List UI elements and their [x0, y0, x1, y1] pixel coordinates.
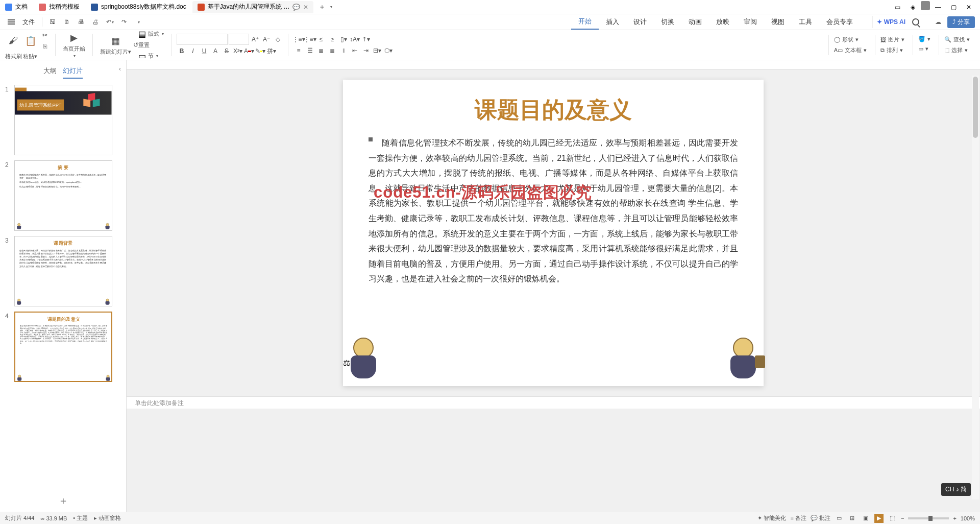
nav-tab-slides[interactable]: 幻灯片: [63, 64, 83, 79]
vertical-align-icon[interactable]: ⊟▾: [372, 45, 382, 56]
font-family-select[interactable]: [177, 34, 228, 45]
format-brush-button[interactable]: 🖌: [5, 35, 21, 47]
decrease-indent-icon[interactable]: ≤: [316, 34, 326, 44]
bold-icon[interactable]: B: [177, 46, 187, 56]
paste-label[interactable]: 粘贴▾: [23, 53, 37, 60]
align-left-icon[interactable]: ≡: [293, 45, 304, 56]
vertical-scrollbar[interactable]: [972, 76, 979, 499]
nav-tab-outline[interactable]: 大纲: [43, 64, 57, 79]
increase-indent-icon[interactable]: ≥: [327, 34, 337, 44]
ime-indicator[interactable]: CH ♪ 简: [941, 483, 971, 496]
align-center-icon[interactable]: ☰: [305, 45, 315, 56]
reset-icon[interactable]: ↺ 重置: [136, 40, 146, 50]
add-tab-button[interactable]: ＋: [314, 3, 330, 12]
notes-placeholder[interactable]: 单击此处添加备注: [127, 396, 980, 409]
italic-icon[interactable]: I: [188, 46, 198, 56]
collapse-icon[interactable]: ‹: [119, 65, 121, 73]
text-direction-icon[interactable]: ⤒▾: [361, 34, 371, 44]
add-slide-button[interactable]: ＋: [0, 490, 126, 512]
menu-animation[interactable]: 动画: [681, 14, 709, 30]
theme-button[interactable]: • 主题: [73, 514, 88, 522]
menu-review[interactable]: 审阅: [737, 14, 764, 30]
save-icon[interactable]: 🖫: [46, 16, 59, 28]
hamburger-icon[interactable]: [5, 16, 17, 28]
file-menu[interactable]: 文件: [19, 18, 38, 27]
close-window-button[interactable]: ✕: [962, 1, 976, 13]
slideshow-view-icon[interactable]: ▶: [874, 514, 884, 523]
comment-bubble-icon[interactable]: 💬: [292, 4, 300, 11]
browser-view-icon[interactable]: ⬚: [888, 514, 897, 523]
comments-toggle[interactable]: 💬 批注: [811, 514, 830, 522]
menu-insert[interactable]: 插入: [599, 14, 626, 30]
smart-beautify-button[interactable]: ✦ 智能美化: [757, 514, 786, 522]
scrollbar-thumb[interactable]: [973, 77, 978, 138]
change-case-icon[interactable]: 拼▾: [266, 46, 277, 56]
clear-format-icon[interactable]: ◇: [273, 34, 283, 44]
superscript-icon[interactable]: X²▾: [233, 46, 243, 56]
tab-template[interactable]: 找稻壳模板: [34, 1, 85, 13]
reading-view-icon[interactable]: ▣: [861, 514, 870, 523]
highlight-icon[interactable]: ✎▾: [255, 46, 265, 56]
slide-title[interactable]: 课题目的及意义: [369, 95, 738, 125]
line-spacing-icon[interactable]: ↕A▾: [350, 34, 360, 44]
align-justify-icon[interactable]: ≣: [327, 45, 337, 56]
layout-button[interactable]: ▤版式▾: [136, 29, 166, 39]
decrease-font-icon[interactable]: A⁻: [261, 34, 272, 44]
zoom-slider[interactable]: [908, 517, 949, 519]
tab-menu-caret[interactable]: ▾: [330, 5, 332, 9]
numbering-icon[interactable]: ⋮≡▾: [305, 34, 315, 44]
indent-left-icon[interactable]: ⇤: [350, 45, 360, 56]
section-button[interactable]: ▭节▾: [136, 51, 166, 61]
restore-tabs-icon[interactable]: ▭: [890, 1, 904, 13]
vip-icon[interactable]: ◈: [905, 1, 920, 13]
thumbnail-1[interactable]: 幼儿园管理系统PPT: [14, 85, 112, 155]
menu-tools[interactable]: 工具: [792, 14, 819, 30]
outline-button[interactable]: ▭▾: [916, 44, 933, 53]
indent-right-icon[interactable]: ⇥: [361, 45, 371, 56]
fill-button[interactable]: 🪣▾: [916, 35, 933, 43]
thumbnail-2[interactable]: 摘 要 随着信息化管理技术不断发展，传统的幼儿园已经无法适应，效率与预期相差甚远…: [14, 160, 112, 231]
new-slide-button[interactable]: ▦新建幻灯片▾: [98, 35, 133, 56]
strike-icon[interactable]: S: [222, 46, 232, 56]
bullets-icon[interactable]: ⋮≡▾: [293, 34, 304, 44]
cut-icon[interactable]: ✂: [40, 30, 50, 40]
copy-icon[interactable]: ⎘: [40, 41, 50, 52]
shadow-icon[interactable]: A: [210, 46, 220, 56]
thumbnail-4[interactable]: 课题目的及意义 随着信息化管理技术不断发展，传统的幼儿园已经无法适应，效率与预期…: [14, 312, 112, 382]
tab-ppt-active[interactable]: 基于Java的幼儿园管理系统 …💬✕: [192, 1, 314, 13]
more-qa-icon[interactable]: ▾: [132, 16, 144, 28]
sorter-view-icon[interactable]: ⊞: [848, 514, 857, 523]
export-icon[interactable]: 🗎: [61, 16, 73, 28]
thumbnail-3[interactable]: 课题背景 随着网络的高速发展，网络技术的应用越来越广泛，信息化技术发展迅速，计算…: [14, 236, 112, 306]
maximize-button[interactable]: ▢: [946, 1, 961, 13]
increase-font-icon[interactable]: A⁺: [250, 34, 260, 44]
zoom-out-button[interactable]: −: [901, 515, 904, 521]
underline-icon[interactable]: U: [199, 46, 209, 56]
menu-view[interactable]: 视图: [764, 14, 792, 30]
font-size-select[interactable]: [229, 34, 249, 45]
menu-transition[interactable]: 切换: [654, 14, 681, 30]
minimize-button[interactable]: —: [931, 1, 945, 13]
menu-vip[interactable]: 会员专享: [819, 14, 860, 30]
search-icon[interactable]: [910, 16, 922, 28]
textbox-button[interactable]: A▭文本框▾: [832, 45, 869, 55]
columns-icon[interactable]: ▯▾: [338, 34, 349, 44]
notes-toggle[interactable]: ≡ 备注: [790, 514, 806, 522]
paste-button[interactable]: 📋: [22, 35, 39, 47]
zoom-level[interactable]: 100%: [961, 515, 975, 521]
avatar-icon[interactable]: [921, 1, 930, 10]
tab-doc[interactable]: 文档: [0, 1, 33, 13]
find-button[interactable]: 🔍查找▾: [942, 35, 972, 44]
wps-ai-button[interactable]: ✦ WPS AI: [877, 18, 905, 26]
print-preview-icon[interactable]: 🖨: [89, 16, 102, 28]
cloud-sync-icon[interactable]: ☁: [932, 16, 944, 28]
font-color-icon[interactable]: A▾: [244, 46, 254, 56]
image-button[interactable]: 🖼图片▾: [878, 35, 906, 44]
redo-icon[interactable]: ↷: [118, 16, 130, 28]
tab-word[interactable]: springboot88sly数据库文档.doc: [86, 1, 191, 13]
menu-slideshow[interactable]: 放映: [709, 14, 737, 30]
align-right-icon[interactable]: ≣: [316, 45, 326, 56]
menu-design[interactable]: 设计: [626, 14, 654, 30]
normal-view-icon[interactable]: ▭: [835, 514, 844, 523]
zoom-in-button[interactable]: +: [953, 515, 956, 521]
